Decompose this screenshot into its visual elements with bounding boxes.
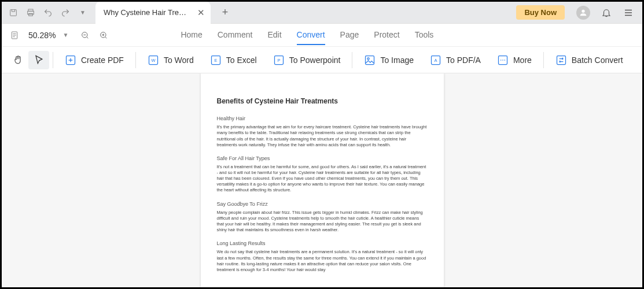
tool-label: To Word: [164, 55, 194, 65]
main-menu: Home Comment Edit Convert Page Protect T…: [181, 25, 433, 45]
title-bar: ▼ Why Cysteine Hair Treat... ✕ + Buy Now: [2, 2, 642, 24]
section-body: Many people complain about hair frizz. T…: [217, 210, 428, 234]
dropdown-icon[interactable]: ▼: [75, 5, 91, 21]
svg-point-22: [504, 60, 505, 61]
menu-protect[interactable]: Protect: [374, 25, 399, 45]
to-image-button[interactable]: To Image: [356, 51, 422, 69]
buy-now-button[interactable]: Buy Now: [516, 5, 565, 20]
zoom-level[interactable]: 50.28%: [28, 31, 56, 40]
menu-edit[interactable]: Edit: [267, 25, 281, 45]
tab-title: Why Cysteine Hair Treat...: [104, 8, 190, 17]
svg-rect-0: [10, 9, 17, 16]
svg-text:E: E: [214, 58, 217, 63]
redo-icon[interactable]: [57, 5, 73, 21]
section-heading: Long Lasting Results: [217, 240, 428, 247]
hand-tool[interactable]: [8, 51, 28, 69]
zoom-in-button[interactable]: [96, 28, 111, 43]
zoom-out-button[interactable]: [78, 28, 93, 43]
section-heading: Safe For All Hair Types: [217, 155, 428, 162]
menu-comment[interactable]: Comment: [218, 25, 253, 45]
tool-label: To Image: [380, 55, 414, 65]
page-thumbnail-icon[interactable]: [8, 28, 21, 42]
svg-text:P: P: [277, 58, 280, 63]
document-tab[interactable]: Why Cysteine Hair Treat... ✕: [95, 2, 211, 24]
section-body: We do not say that cysteine hair treatme…: [217, 249, 428, 273]
svg-rect-3: [29, 13, 33, 16]
tool-label: Batch Convert: [572, 55, 623, 65]
chevron-down-icon[interactable]: ▼: [62, 32, 68, 38]
section-heading: Healthy Hair: [217, 115, 428, 122]
tool-label: Create PDF: [81, 55, 124, 65]
menu-convert[interactable]: Convert: [297, 25, 325, 45]
svg-text:W: W: [151, 58, 156, 63]
tool-label: To PDF/A: [446, 55, 481, 65]
close-icon[interactable]: ✕: [197, 8, 205, 18]
document-title: Benefits of Cysteine Hair Treatments: [217, 97, 428, 106]
svg-text:A: A: [435, 58, 437, 63]
to-word-button[interactable]: W To Word: [139, 51, 202, 69]
section-body: It's not a treatment that can be harmful…: [217, 164, 428, 194]
section-heading: Say Goodbye To Frizz: [217, 201, 428, 208]
select-tool[interactable]: [28, 51, 49, 69]
separator: [543, 52, 544, 68]
to-excel-button[interactable]: E To Excel: [202, 51, 265, 69]
menu-home[interactable]: Home: [181, 25, 202, 45]
separator: [53, 52, 53, 68]
new-tab-button[interactable]: +: [216, 4, 234, 21]
print-icon[interactable]: [23, 5, 39, 21]
svg-point-21: [502, 60, 503, 61]
tool-label: More: [513, 55, 532, 65]
menu-tools[interactable]: Tools: [415, 25, 434, 45]
user-avatar-icon[interactable]: [576, 6, 590, 20]
menu-page[interactable]: Page: [340, 25, 359, 45]
svg-rect-15: [366, 55, 374, 64]
batch-convert-button[interactable]: Batch Convert: [547, 51, 631, 69]
create-pdf-button[interactable]: Create PDF: [57, 51, 132, 69]
section-body: It's the primary advantage that we aim f…: [217, 124, 428, 148]
tool-label: To Powerpoint: [289, 55, 341, 65]
to-powerpoint-button[interactable]: P To Powerpoint: [265, 51, 349, 69]
pdf-page: Benefits of Cysteine Hair Treatments Hea…: [201, 73, 444, 287]
hamburger-icon[interactable]: [620, 8, 636, 18]
svg-rect-23: [557, 55, 565, 64]
menu-bar: 50.28% ▼ Home Comment Edit Convert Page …: [2, 24, 642, 47]
undo-icon[interactable]: [40, 5, 56, 21]
save-icon[interactable]: [5, 5, 21, 21]
tool-label: To Excel: [226, 55, 257, 65]
more-button[interactable]: More: [489, 51, 540, 69]
separator: [135, 52, 136, 68]
separator: [352, 52, 352, 68]
notification-icon[interactable]: [598, 8, 614, 18]
svg-point-16: [367, 57, 369, 59]
svg-point-20: [501, 60, 502, 61]
convert-toolbar: Create PDF W To Word E To Excel P To Pow…: [2, 47, 642, 73]
to-pdfa-button[interactable]: A To PDF/A: [422, 51, 489, 69]
svg-point-4: [582, 9, 584, 12]
document-workspace[interactable]: Benefits of Cysteine Hair Treatments Hea…: [2, 73, 642, 287]
